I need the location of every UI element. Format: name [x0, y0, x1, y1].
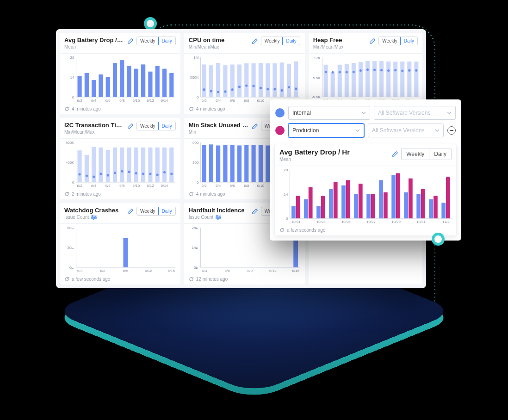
edit-icon[interactable] [252, 38, 258, 44]
svg-text:6/10: 6/10 [257, 184, 264, 188]
card-chart: -5.5K5.5K17K6/26/46/66/86/106/126/14 [309, 53, 422, 105]
svg-rect-201 [293, 236, 298, 267]
settings-icon[interactable] [91, 215, 97, 220]
svg-rect-157 [237, 145, 242, 182]
svg-rect-32 [202, 64, 206, 97]
svg-text:6/4: 6/4 [91, 99, 97, 103]
range-daily[interactable]: Daily [158, 122, 176, 130]
range-daily[interactable]: Daily [400, 37, 418, 45]
card-footer: 4 minutes ago [196, 191, 225, 197]
range-daily[interactable]: Daily [158, 207, 176, 216]
svg-rect-74 [337, 65, 341, 97]
svg-rect-80 [379, 61, 384, 97]
cohort-select-1[interactable]: Internal [288, 106, 370, 120]
svg-text:6/15: 6/15 [292, 269, 299, 273]
edit-icon[interactable] [252, 208, 258, 215]
range-toggle[interactable]: Weekly Daily [136, 207, 176, 216]
range-weekly[interactable]: Weekly [137, 122, 159, 130]
refresh-icon[interactable] [189, 277, 194, 282]
range-toggle[interactable]: Weekly Daily [136, 37, 176, 45]
svg-text:6/8: 6/8 [119, 184, 125, 188]
filter-row-2: Production All Software Versions [274, 122, 457, 139]
svg-rect-44 [287, 64, 291, 97]
svg-text:11/2: 11/2 [442, 220, 449, 224]
svg-text:14: 14 [284, 192, 288, 197]
svg-point-59 [295, 87, 297, 90]
card-footer: 4 minutes ago [72, 106, 101, 111]
edit-icon[interactable] [252, 123, 258, 130]
refresh-icon[interactable] [189, 191, 194, 197]
cohort-select-2[interactable]: Production [288, 124, 364, 137]
card-sub: Min [189, 130, 249, 135]
svg-text:6/10: 6/10 [257, 99, 264, 103]
range-toggle[interactable]: Weekly Daily [401, 148, 452, 160]
version-select-2[interactable]: All Software Versions [368, 124, 444, 137]
svg-rect-232 [416, 194, 421, 219]
svg-rect-154 [216, 145, 220, 182]
range-weekly[interactable]: Weekly [379, 37, 401, 45]
svg-point-92 [366, 68, 369, 71]
svg-rect-160 [259, 145, 263, 182]
series-swatch-internal [275, 108, 285, 117]
svg-text:10/25: 10/25 [341, 220, 351, 224]
svg-text:10/21: 10/21 [291, 220, 301, 224]
edit-icon[interactable] [127, 123, 134, 130]
svg-rect-230 [404, 192, 408, 218]
cohort-select-1-label: Internal [292, 110, 311, 116]
range-toggle[interactable]: Weekly Daily [136, 122, 176, 130]
decorative-node [432, 233, 445, 246]
range-weekly[interactable]: Weekly [402, 148, 429, 160]
refresh-icon[interactable] [279, 228, 285, 233]
edit-icon[interactable] [127, 208, 134, 215]
refresh-icon[interactable] [189, 106, 194, 111]
svg-text:1M: 1M [193, 56, 198, 60]
refresh-icon[interactable] [64, 277, 69, 282]
svg-rect-212 [291, 206, 296, 218]
svg-rect-123 [155, 148, 160, 182]
card-sub: Mean [64, 44, 124, 49]
settings-icon[interactable] [215, 215, 222, 220]
remove-filter-button[interactable] [447, 126, 456, 135]
svg-rect-184 [123, 238, 128, 267]
range-toggle[interactable]: Weekly Daily [378, 37, 418, 45]
edit-icon[interactable] [392, 151, 398, 157]
card-sub: Issue Count [64, 215, 118, 220]
range-weekly[interactable]: Weekly [261, 37, 283, 45]
svg-text:6/14: 6/14 [161, 184, 168, 188]
svg-rect-14 [134, 69, 138, 97]
svg-point-133 [128, 171, 130, 173]
svg-text:400K: 400K [66, 161, 74, 165]
range-weekly[interactable]: Weekly [137, 207, 159, 215]
edit-icon[interactable] [369, 38, 376, 44]
svg-rect-78 [366, 61, 370, 97]
svg-rect-40 [259, 63, 263, 97]
card-title: CPU on time [189, 37, 224, 43]
svg-text:5.5K: 5.5K [313, 76, 321, 80]
svg-rect-227 [384, 192, 388, 218]
svg-point-52 [245, 84, 248, 86]
refresh-icon[interactable] [64, 191, 69, 197]
compare-card: Avg Battery Drop / Hr Mean Weekly Daily … [274, 144, 457, 236]
svg-point-96 [394, 69, 396, 71]
svg-text:14: 14 [70, 75, 74, 80]
range-daily[interactable]: Daily [282, 37, 300, 45]
range-daily[interactable]: Daily [429, 148, 451, 160]
version-select-1[interactable]: All Software Versions [374, 106, 456, 120]
metric-card: Avg Battery Drop / Hr Mean Weekly Daily … [60, 33, 180, 114]
svg-text:14₁ₖ: 14₁ₖ [192, 246, 198, 250]
svg-rect-226 [379, 180, 383, 218]
range-weekly[interactable]: Weekly [137, 37, 159, 45]
svg-text:10/23: 10/23 [316, 220, 326, 224]
svg-rect-159 [251, 145, 255, 182]
svg-rect-234 [429, 199, 433, 218]
card-footer: 2 minutes ago [72, 191, 101, 197]
svg-text:-5.5K: -5.5K [311, 95, 321, 99]
svg-text:10/27: 10/27 [366, 220, 376, 224]
metric-card: Watchdog Crashes Issue Count Weekly Dail… [60, 203, 180, 284]
range-toggle[interactable]: Weekly Daily [261, 37, 300, 45]
range-daily[interactable]: Daily [158, 37, 176, 45]
version-select-2-label: All Software Versions [372, 127, 424, 134]
refresh-icon[interactable] [64, 106, 69, 111]
compare-chart: 0142810/2110/2310/2510/2710/2910/3111/2 [275, 166, 456, 226]
edit-icon[interactable] [127, 38, 134, 44]
